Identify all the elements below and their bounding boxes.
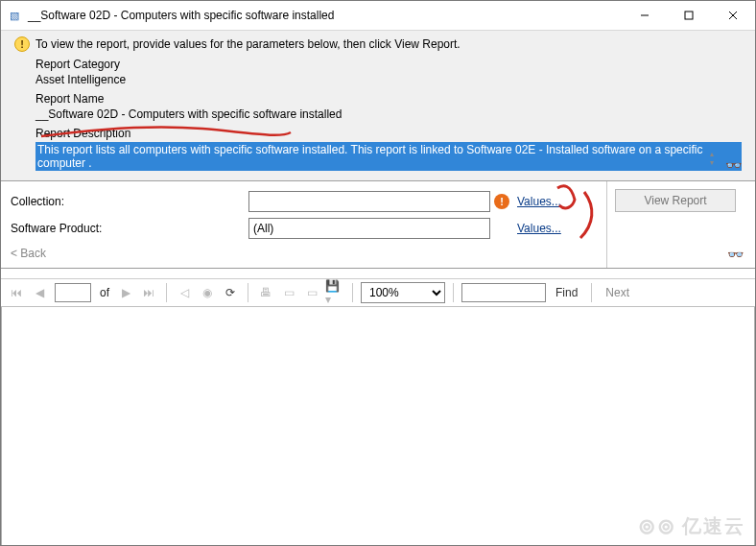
category-value: Asset Intelligence	[35, 73, 742, 86]
back-link[interactable]: < Back	[11, 247, 46, 260]
info-hint: To view the report, provide values for t…	[35, 37, 461, 51]
minimize-button[interactable]	[623, 1, 667, 30]
stop-button[interactable]: ◉	[198, 283, 217, 302]
next-page-button[interactable]: ▶	[116, 283, 135, 302]
titlebar: ▧ __Software 02D - Computers with specif…	[1, 1, 755, 30]
binoculars-icon-2[interactable]: 👓	[727, 247, 744, 262]
export-button[interactable]: 💾▾	[325, 283, 344, 302]
description-value: This report lists all computers with spe…	[35, 142, 742, 171]
page-number-input[interactable]	[55, 283, 91, 302]
close-button[interactable]	[711, 1, 755, 30]
warning-icon: !	[494, 194, 509, 209]
back-history-button[interactable]: ◁	[175, 283, 194, 302]
find-button[interactable]: Find	[550, 286, 583, 299]
report-toolbar: ⏮ ◀ of ▶ ⏭ ◁ ◉ ⟳ 🖶 ▭ ▭ 💾▾ 100% Find Next	[1, 278, 755, 307]
window-title: __Software 02D - Computers with specific…	[28, 9, 334, 22]
info-icon: !	[14, 36, 30, 52]
prev-page-button[interactable]: ◀	[30, 283, 49, 302]
maximize-button[interactable]	[667, 1, 711, 30]
name-label: Report Name	[35, 92, 742, 106]
scroll-updown[interactable]: ▴▾	[705, 150, 719, 173]
find-input[interactable]	[461, 283, 546, 302]
name-value: __Software 02D - Computers with specific…	[35, 107, 742, 121]
info-panel: ! To view the report, provide values for…	[1, 30, 755, 181]
find-next-button[interactable]: Next	[600, 286, 635, 299]
collection-values-link[interactable]: Values...	[517, 195, 561, 208]
window-controls	[623, 1, 755, 30]
binoculars-icon[interactable]: 👓	[725, 157, 742, 173]
refresh-button[interactable]: ⟳	[221, 283, 240, 302]
last-page-button[interactable]: ⏭	[139, 283, 158, 302]
collection-input[interactable]	[248, 191, 490, 212]
layout-button[interactable]: ▭	[302, 283, 321, 302]
print-button[interactable]: 🖶	[256, 283, 275, 302]
svg-rect-1	[685, 12, 693, 19]
category-label: Report Category	[35, 58, 742, 71]
param-area: Collection: ! Values... Software Product…	[1, 181, 755, 269]
product-values-link[interactable]: Values...	[517, 222, 561, 235]
report-body	[1, 307, 755, 546]
first-page-button[interactable]: ⏮	[7, 283, 26, 302]
product-input[interactable]	[248, 218, 490, 239]
app-icon: ▧	[7, 8, 22, 23]
collection-label: Collection:	[11, 195, 248, 208]
page-of-label: of	[100, 286, 109, 299]
product-label: Software Product:	[11, 222, 248, 235]
description-label: Report Description	[35, 127, 742, 140]
page-setup-button[interactable]: ▭	[279, 283, 298, 302]
view-report-button[interactable]: View Report	[615, 189, 736, 212]
zoom-select[interactable]: 100%	[361, 282, 445, 303]
